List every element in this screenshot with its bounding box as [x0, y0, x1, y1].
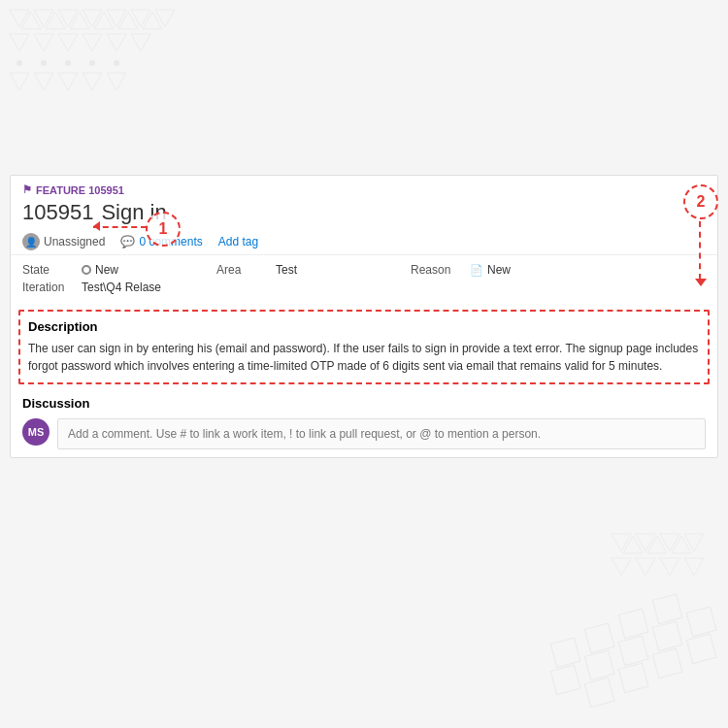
arrow-line-1	[93, 226, 147, 228]
unassigned-field[interactable]: 👤 Unassigned	[22, 233, 105, 250]
work-item-card: ⚑ FEATURE 105951 105951 Sign in 👤 Unassi…	[10, 175, 718, 458]
bg-decoration-top	[0, 0, 194, 155]
svg-point-22	[89, 60, 95, 66]
svg-rect-38	[584, 678, 614, 708]
area-label: Area	[216, 263, 270, 277]
comment-input-row: MS	[22, 418, 706, 449]
discussion-title: Discussion	[22, 396, 706, 411]
svg-point-20	[41, 60, 47, 66]
reason-icon: 📄	[470, 264, 483, 277]
state-value[interactable]: New	[82, 263, 118, 277]
svg-marker-14	[34, 34, 53, 51]
svg-marker-8	[46, 12, 65, 29]
svg-marker-28	[107, 73, 126, 90]
svg-marker-45	[684, 534, 704, 551]
reason-value[interactable]: 📄 New	[470, 263, 511, 277]
arrow-line-2	[699, 221, 701, 280]
feature-label-row: ⚑ FEATURE 105951	[11, 176, 717, 198]
svg-marker-44	[660, 534, 679, 551]
annotation-2: 2	[683, 184, 718, 219]
svg-rect-39	[618, 663, 648, 693]
iteration-text: Test\Q4 Relase	[82, 281, 161, 294]
svg-marker-7	[21, 12, 41, 29]
area-text: Test	[276, 263, 297, 277]
iteration-field: Iteration Test\Q4 Relase	[22, 281, 216, 294]
svg-marker-15	[58, 34, 78, 51]
svg-point-21	[65, 60, 71, 66]
svg-marker-10	[94, 12, 114, 29]
svg-marker-12	[143, 12, 162, 29]
iteration-label: Iteration	[22, 281, 76, 294]
svg-rect-36	[652, 621, 682, 651]
svg-marker-1	[34, 10, 53, 27]
description-section: Description The user can sign in by ente…	[18, 310, 710, 384]
svg-marker-46	[623, 536, 643, 553]
svg-marker-49	[612, 558, 631, 576]
user-avatar: MS	[22, 418, 50, 446]
svg-marker-6	[155, 10, 175, 27]
svg-marker-5	[131, 10, 150, 27]
svg-marker-42	[612, 534, 631, 551]
svg-point-19	[17, 60, 22, 66]
area-value[interactable]: Test	[276, 263, 297, 277]
svg-marker-0	[10, 10, 29, 27]
reason-field: Reason 📄 New	[411, 263, 605, 277]
svg-marker-3	[83, 10, 102, 27]
reason-label: Reason	[411, 263, 464, 277]
svg-marker-51	[660, 558, 679, 576]
svg-marker-11	[118, 12, 138, 29]
fields-row: State New Area Test Reason 📄 New Iterati…	[11, 255, 717, 306]
svg-marker-18	[131, 34, 150, 51]
add-tag-button[interactable]: Add tag	[218, 235, 258, 248]
iteration-value[interactable]: Test\Q4 Relase	[82, 281, 161, 294]
description-text[interactable]: The user can sign in by entering his (em…	[28, 340, 700, 375]
comment-input[interactable]	[57, 418, 706, 449]
svg-marker-48	[672, 536, 691, 553]
arrow-head-down-2	[695, 279, 707, 286]
svg-rect-32	[652, 594, 682, 624]
svg-rect-41	[686, 634, 716, 664]
area-field: Area Test	[216, 263, 411, 277]
work-item-id: 105951	[22, 200, 93, 225]
svg-marker-52	[684, 558, 704, 576]
bg-decoration-bottom	[505, 524, 728, 728]
discussion-section: Discussion MS	[11, 388, 717, 457]
svg-marker-9	[70, 12, 89, 29]
svg-marker-27	[83, 73, 102, 90]
svg-marker-26	[58, 73, 78, 90]
svg-rect-29	[550, 638, 580, 668]
svg-rect-31	[618, 609, 648, 639]
unassigned-label: Unassigned	[44, 235, 105, 248]
svg-rect-30	[584, 623, 614, 653]
reason-text: New	[487, 263, 511, 277]
svg-marker-4	[107, 10, 126, 27]
svg-marker-50	[636, 558, 655, 576]
svg-rect-40	[652, 648, 682, 678]
svg-marker-17	[107, 34, 126, 51]
svg-marker-47	[647, 536, 667, 553]
description-title: Description	[28, 319, 700, 334]
svg-rect-37	[686, 607, 716, 637]
svg-rect-35	[618, 636, 648, 666]
state-field: State New	[22, 263, 216, 277]
state-label: State	[22, 263, 76, 277]
annotation-1: 1	[146, 212, 181, 247]
svg-marker-43	[636, 534, 655, 551]
svg-point-23	[114, 60, 119, 66]
svg-marker-24	[10, 73, 29, 90]
feature-label-text: FEATURE 105951	[36, 184, 124, 196]
title-row: 105951 Sign in	[11, 198, 717, 229]
feature-icon: ⚑	[22, 183, 32, 196]
meta-row: 👤 Unassigned 💬 0 comments Add tag	[11, 229, 717, 255]
unassigned-avatar: 👤	[22, 233, 40, 250]
svg-marker-16	[83, 34, 102, 51]
svg-rect-34	[584, 650, 614, 680]
svg-marker-2	[58, 10, 78, 27]
comment-icon: 💬	[120, 235, 135, 248]
svg-marker-13	[10, 34, 29, 51]
state-text: New	[95, 263, 118, 277]
svg-rect-33	[550, 665, 580, 695]
svg-marker-25	[34, 73, 53, 90]
state-icon	[82, 265, 91, 275]
